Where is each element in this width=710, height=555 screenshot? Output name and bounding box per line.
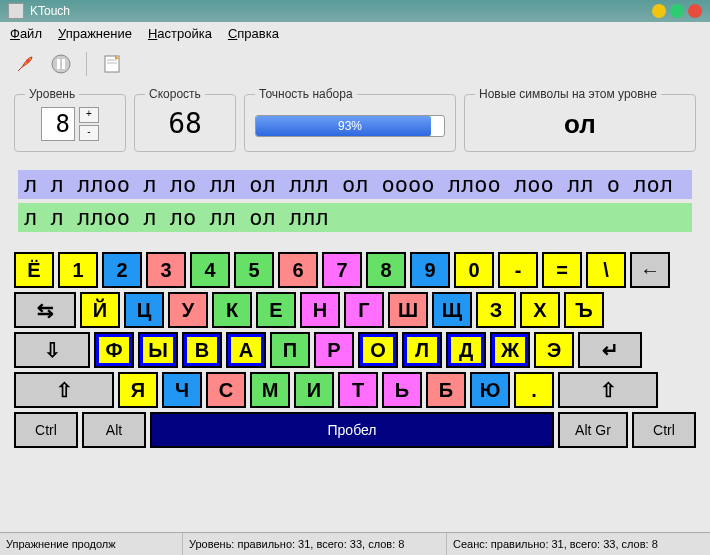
key-п[interactable]: П [270, 332, 310, 368]
level-down-button[interactable]: - [79, 125, 99, 141]
close-button[interactable] [688, 4, 702, 18]
key-backslash[interactable]: \ [586, 252, 626, 288]
speed-label: Скорость [145, 87, 205, 101]
key-ч[interactable]: Ч [162, 372, 202, 408]
key-1[interactable]: 1 [58, 252, 98, 288]
key-5[interactable]: 5 [234, 252, 274, 288]
key-minus[interactable]: - [498, 252, 538, 288]
key-д[interactable]: Д [446, 332, 486, 368]
key-о[interactable]: О [358, 332, 398, 368]
key-а[interactable]: А [226, 332, 266, 368]
key-lshift[interactable]: ⇧ [14, 372, 114, 408]
key-р[interactable]: Р [314, 332, 354, 368]
speed-group: Скорость 68 [134, 87, 236, 152]
key-ф[interactable]: Ф [94, 332, 134, 368]
key-7[interactable]: 7 [322, 252, 362, 288]
menubar: Файл Упражнение Настройка Справка [0, 22, 710, 45]
status-exercise: Упражнение продолж [0, 533, 183, 555]
key-л[interactable]: Л [402, 332, 442, 368]
key-м[interactable]: М [250, 372, 290, 408]
svg-point-1 [52, 55, 70, 73]
key-equals[interactable]: = [542, 252, 582, 288]
key-й[interactable]: Й [80, 292, 120, 328]
keyboard: Ё1234567890-=\← ⇆ЙЦУКЕНГШЩЗХЪ ⇩ФЫВАПРОЛД… [0, 246, 710, 462]
key-г[interactable]: Г [344, 292, 384, 328]
key-2[interactable]: 2 [102, 252, 142, 288]
key-э[interactable]: Э [534, 332, 574, 368]
svg-rect-2 [57, 59, 60, 69]
key-у[interactable]: У [168, 292, 208, 328]
newchars-label: Новые символы на этом уровне [475, 87, 661, 101]
app-icon [8, 3, 24, 19]
key-enter[interactable]: ↵ [578, 332, 642, 368]
key-я[interactable]: Я [118, 372, 158, 408]
key-ц[interactable]: Ц [124, 292, 164, 328]
key-yo[interactable]: Ё [14, 252, 54, 288]
statusbar: Упражнение продолж Уровень: правильно: 3… [0, 532, 710, 555]
rocket-icon[interactable] [10, 49, 40, 79]
key-ь[interactable]: Ь [382, 372, 422, 408]
key-з[interactable]: З [476, 292, 516, 328]
key-ж[interactable]: Ж [490, 332, 530, 368]
key-lctrl[interactable]: Ctrl [14, 412, 78, 448]
key-и[interactable]: И [294, 372, 334, 408]
key-altgr[interactable]: Alt Gr [558, 412, 628, 448]
menu-help[interactable]: Справка [228, 26, 279, 41]
key-6[interactable]: 6 [278, 252, 318, 288]
window-title: KTouch [30, 4, 70, 18]
menu-file[interactable]: Файл [10, 26, 42, 41]
level-label: Уровень [25, 87, 79, 101]
pause-icon[interactable] [46, 49, 76, 79]
accuracy-group: Точность набора 93% [244, 87, 456, 152]
key-н[interactable]: Н [300, 292, 340, 328]
key-ш[interactable]: Ш [388, 292, 428, 328]
key-т[interactable]: Т [338, 372, 378, 408]
key-х[interactable]: Х [520, 292, 560, 328]
key-к[interactable]: К [212, 292, 252, 328]
key-ю[interactable]: Ю [470, 372, 510, 408]
newchars-value: ол [475, 107, 685, 141]
status-level: Уровень: правильно: 31, всего: 33, слов:… [183, 533, 447, 555]
key-щ[interactable]: Щ [432, 292, 472, 328]
key-period[interactable]: . [514, 372, 554, 408]
level-value: 8 [41, 107, 75, 141]
key-3[interactable]: 3 [146, 252, 186, 288]
toolbar-divider [86, 52, 87, 76]
target-text: л л ллоо л ло лл ол ллл ол оооо ллоо лоо… [18, 170, 692, 199]
toolbar [0, 45, 710, 83]
key-backspace[interactable]: ← [630, 252, 670, 288]
key-rctrl[interactable]: Ctrl [632, 412, 696, 448]
status-session: Сеанс: правильно: 31, всего: 33, слов: 8 [447, 533, 710, 555]
key-tab[interactable]: ⇆ [14, 292, 76, 328]
key-capslock[interactable]: ⇩ [14, 332, 90, 368]
key-lalt[interactable]: Alt [82, 412, 146, 448]
newchars-group: Новые символы на этом уровне ол [464, 87, 696, 152]
accuracy-bar: 93% [255, 115, 445, 137]
titlebar: KTouch [0, 0, 710, 22]
key-ы[interactable]: Ы [138, 332, 178, 368]
level-group: Уровень 8 + - [14, 87, 126, 152]
accuracy-label: Точность набора [255, 87, 357, 101]
accuracy-value: 93% [256, 116, 444, 136]
key-8[interactable]: 8 [366, 252, 406, 288]
key-ъ[interactable]: Ъ [564, 292, 604, 328]
maximize-button[interactable] [670, 4, 684, 18]
key-4[interactable]: 4 [190, 252, 230, 288]
level-up-button[interactable]: + [79, 107, 99, 123]
menu-exercise[interactable]: Упражнение [58, 26, 132, 41]
typed-text: л л ллоо л ло лл ол ллл [18, 203, 692, 232]
minimize-button[interactable] [652, 4, 666, 18]
svg-rect-3 [62, 59, 65, 69]
svg-point-0 [26, 59, 30, 63]
key-rshift[interactable]: ⇧ [558, 372, 658, 408]
speed-value: 68 [145, 107, 225, 141]
key-space[interactable]: Пробел [150, 412, 554, 448]
key-е[interactable]: Е [256, 292, 296, 328]
key-с[interactable]: С [206, 372, 246, 408]
key-в[interactable]: В [182, 332, 222, 368]
document-icon[interactable] [97, 49, 127, 79]
key-9[interactable]: 9 [410, 252, 450, 288]
key-б[interactable]: Б [426, 372, 466, 408]
key-0[interactable]: 0 [454, 252, 494, 288]
menu-settings[interactable]: Настройка [148, 26, 212, 41]
